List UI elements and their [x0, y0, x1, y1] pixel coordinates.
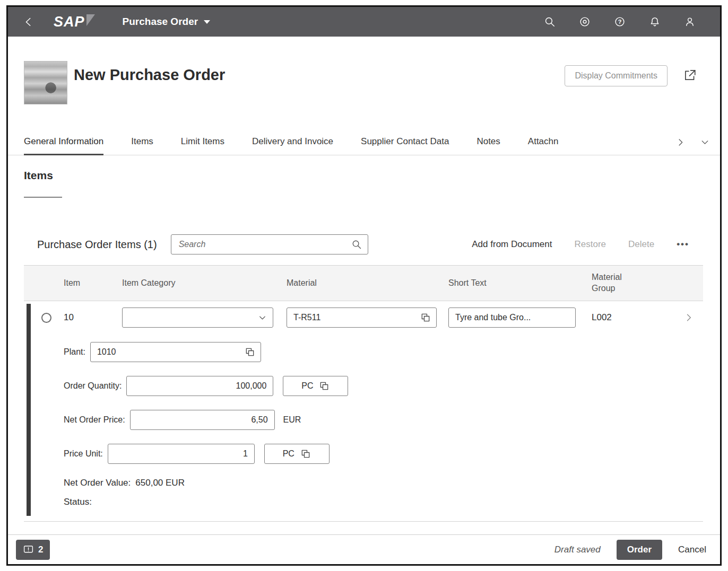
- share-button[interactable]: [683, 68, 697, 82]
- collapse-header-icon[interactable]: [699, 137, 710, 148]
- search-icon[interactable]: [544, 16, 556, 28]
- column-material: Material: [287, 278, 448, 289]
- tab-attachments[interactable]: Attachn: [528, 136, 559, 155]
- profile-icon[interactable]: [684, 16, 696, 28]
- app-title-menu[interactable]: Purchase Order: [123, 16, 211, 28]
- net-order-price-input[interactable]: [137, 410, 269, 429]
- item-category-input[interactable]: [129, 308, 253, 327]
- net-order-value: 650,00 EUR: [135, 478, 185, 488]
- tab-delivery-and-invoice[interactable]: Delivery and Invoice: [252, 136, 333, 155]
- messages-count: 2: [38, 544, 43, 555]
- search-input[interactable]: [171, 240, 351, 249]
- price-unit-input[interactable]: [115, 444, 249, 463]
- app-window: SAP Purchase Order New Purchase Order Di…: [6, 5, 722, 566]
- net-order-price-field[interactable]: [130, 410, 275, 430]
- items-toolbar-actions: Add from Document Restore Delete •••: [472, 239, 689, 250]
- tab-general-information[interactable]: General Information: [24, 136, 103, 155]
- table-header-row: Item Item Category Material Short Text M…: [24, 265, 703, 301]
- price-unit-label: Price Unit:: [64, 449, 103, 459]
- status-label: Status:: [64, 497, 92, 507]
- value-help-icon[interactable]: [245, 347, 255, 357]
- item-category-select[interactable]: [122, 308, 273, 328]
- order-quantity-field[interactable]: [126, 376, 273, 396]
- net-order-value-label: Net Order Value:: [64, 478, 131, 488]
- price-unit-unit-field[interactable]: PC: [264, 444, 330, 464]
- items-toolbar: Purchase Order Items (1) Add from Docume…: [8, 232, 720, 257]
- overflow-button[interactable]: •••: [677, 239, 689, 250]
- plant-input[interactable]: [97, 342, 240, 362]
- items-table-title: Purchase Order Items (1): [37, 239, 157, 251]
- short-text-field[interactable]: [448, 308, 576, 328]
- value-help-icon[interactable]: [300, 449, 311, 459]
- row-select-radio[interactable]: [41, 313, 51, 323]
- search-field[interactable]: [171, 234, 368, 254]
- chevron-down-icon[interactable]: [257, 313, 267, 323]
- column-short-text: Short Text: [448, 278, 592, 289]
- tab-limit-items[interactable]: Limit Items: [181, 136, 224, 155]
- chevron-down-icon: [204, 20, 210, 24]
- order-quantity-input[interactable]: [133, 376, 267, 396]
- value-help-icon[interactable]: [420, 312, 431, 323]
- row-highlight-bar: [27, 304, 31, 516]
- sap-logo: SAP: [54, 14, 95, 30]
- row-chevron-right-icon[interactable]: [683, 312, 694, 323]
- cancel-button[interactable]: Cancel: [678, 544, 706, 555]
- tab-notes[interactable]: Notes: [476, 136, 500, 155]
- message-popover-icon: [23, 544, 34, 555]
- back-button[interactable]: [23, 16, 34, 28]
- order-quantity-label: Order Quantity:: [64, 381, 122, 391]
- purchase-order-items-table: Item Item Category Material Short Text M…: [24, 265, 703, 522]
- shell-bar: SAP Purchase Order: [8, 7, 720, 37]
- column-item: Item: [64, 278, 122, 289]
- tab-supplier-contact-data[interactable]: Supplier Contact Data: [361, 136, 449, 155]
- tabs-overflow-right-icon[interactable]: [675, 137, 686, 147]
- restore-button[interactable]: Restore: [574, 239, 606, 250]
- delete-button[interactable]: Delete: [628, 239, 654, 250]
- po-item-row: 10 L002: [24, 301, 703, 522]
- net-order-price-currency: EUR: [283, 415, 301, 425]
- section-title-items: Items: [24, 169, 53, 182]
- item-number: 10: [64, 312, 122, 323]
- page-title: New Purchase Order: [74, 66, 225, 84]
- search-icon[interactable]: [351, 239, 362, 250]
- app-title: Purchase Order: [123, 16, 198, 28]
- order-button[interactable]: Order: [617, 540, 662, 560]
- order-quantity-unit: PC: [301, 381, 313, 391]
- price-unit-field[interactable]: [108, 444, 255, 464]
- chevron-left-icon: [23, 16, 34, 28]
- material-field[interactable]: [287, 308, 437, 328]
- tab-items[interactable]: Items: [131, 136, 153, 155]
- shell-actions: [544, 16, 696, 28]
- value-help-icon[interactable]: [319, 381, 330, 391]
- notifications-icon[interactable]: [649, 16, 661, 28]
- messages-button[interactable]: 2: [16, 540, 50, 560]
- plant-field[interactable]: [90, 342, 261, 362]
- column-item-category: Item Category: [122, 278, 287, 289]
- help-icon[interactable]: [614, 16, 626, 28]
- tab-strip-controls: [675, 137, 710, 155]
- column-material-group: Material Group: [592, 272, 674, 294]
- footer-actions: Draft saved Order Cancel: [554, 540, 706, 560]
- material-group-value: L002: [592, 312, 674, 323]
- plant-label: Plant:: [64, 347, 85, 357]
- tab-strip: General Information Items Limit Items De…: [8, 127, 720, 155]
- price-unit-unit: PC: [283, 449, 294, 459]
- product-thumbnail: [24, 61, 67, 104]
- net-order-price-label: Net Order Price:: [64, 415, 125, 425]
- page-header: New Purchase Order Display Commitments: [8, 37, 720, 127]
- order-quantity-unit-field[interactable]: PC: [283, 376, 348, 396]
- share-icon: [683, 68, 697, 82]
- short-text-input[interactable]: [455, 308, 570, 327]
- add-from-document-button[interactable]: Add from Document: [472, 239, 552, 250]
- material-input[interactable]: [293, 308, 416, 327]
- footer-bar: 2 Draft saved Order Cancel: [8, 534, 720, 564]
- row-details: Plant: Order Quantity: PC: [24, 334, 703, 507]
- copilot-icon[interactable]: [579, 16, 591, 28]
- display-commitments-button[interactable]: Display Commitments: [565, 65, 668, 86]
- draft-status: Draft saved: [554, 544, 601, 555]
- section-title-underline: [24, 197, 62, 198]
